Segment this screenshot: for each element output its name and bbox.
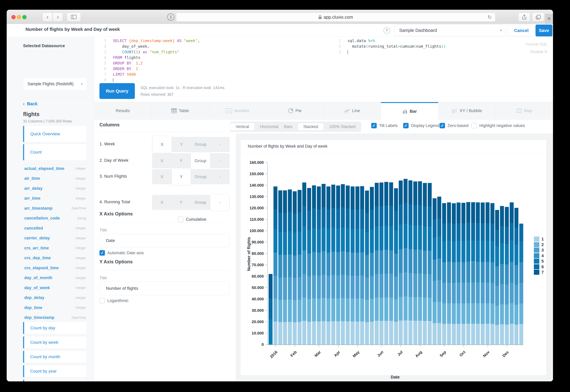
x-tick-label[interactable]: Mar <box>302 350 322 369</box>
bar-segment-day-4[interactable] <box>404 248 408 272</box>
x-tick-label[interactable]: Dec <box>490 350 510 369</box>
bar-segment-day-7[interactable] <box>500 206 504 226</box>
bar-segment-day-4[interactable] <box>355 252 359 276</box>
bar-segment-day-6[interactable] <box>423 207 427 227</box>
bar-segment-day-6[interactable] <box>317 209 321 229</box>
bar-segment-day-4[interactable] <box>312 252 316 275</box>
logarithmic-row[interactable]: Logarithmic <box>100 298 129 303</box>
bar-segment-day-3[interactable] <box>413 274 417 297</box>
bar-segment-day-6[interactable] <box>461 224 465 241</box>
bar-segment-day-7[interactable] <box>495 210 499 229</box>
share-button[interactable] <box>518 13 530 22</box>
bar-segment-day-7[interactable] <box>452 203 456 224</box>
bar-segment-day-4[interactable] <box>409 249 412 273</box>
bar-segment-day-6[interactable] <box>283 213 287 232</box>
bar-segment-day-7[interactable] <box>336 185 340 209</box>
legend-swatch[interactable] <box>534 253 539 258</box>
bar-segment-day-3[interactable] <box>428 274 432 298</box>
bar-segment-day-7[interactable] <box>466 202 470 223</box>
bar-segment-day-5[interactable] <box>404 224 408 248</box>
back-link[interactable]: ‹ Back <box>23 101 38 106</box>
bar-segment-day-3[interactable] <box>495 286 499 306</box>
reload-icon[interactable]: ↻ <box>488 14 492 20</box>
bar-segment-day-5[interactable] <box>413 225 417 250</box>
bar-segment-day-7[interactable] <box>437 196 441 218</box>
xyg-option-x[interactable]: X <box>152 154 172 168</box>
bar-segment-day-6[interactable] <box>278 213 282 232</box>
bar-segment-day-2[interactable] <box>293 300 297 322</box>
sql-editor[interactable]: SELECT {dep_timestamp:week} AS "week", d… <box>113 38 200 83</box>
run-query-button[interactable]: Run Query <box>100 83 135 99</box>
bar-segment-day-1[interactable] <box>360 322 364 345</box>
bar-segment-day-6[interactable] <box>331 208 335 228</box>
forward-browser-button[interactable]: › <box>53 13 63 22</box>
bar-segment-day-7[interactable] <box>274 186 278 209</box>
bar-segment-day-4[interactable] <box>413 250 417 274</box>
bar-segment-day-1[interactable] <box>370 322 374 345</box>
bar-segment-day-1[interactable] <box>461 324 465 345</box>
bar-segment-day-6[interactable] <box>312 209 316 228</box>
bar-segment-day-7[interactable] <box>278 190 282 213</box>
bar-segment-day-4[interactable] <box>486 262 490 283</box>
bar-segment-day-5[interactable] <box>466 240 470 262</box>
zero-based-checkbox[interactable]: ✓ <box>439 123 445 128</box>
bar-segment-day-1[interactable] <box>394 322 398 345</box>
bar-segment-day-3[interactable] <box>437 280 441 302</box>
bar-segment-day-6[interactable] <box>510 223 514 241</box>
bar-segment-day-3[interactable] <box>505 285 509 305</box>
bar-segment-day-1[interactable] <box>307 322 311 345</box>
bar-segment-day-3[interactable] <box>500 284 504 304</box>
bar-segment-day-1[interactable] <box>302 321 306 345</box>
bar-segment-day-7[interactable] <box>351 186 354 209</box>
bar-segment-day-7[interactable] <box>481 203 485 223</box>
bar-segment-day-4[interactable] <box>317 252 321 276</box>
bar-segment-day-3[interactable] <box>365 278 369 300</box>
column-item[interactable]: cancelledInteger <box>24 224 87 233</box>
bar-segment-day-7[interactable] <box>326 186 330 209</box>
xyg-option-y[interactable]: Y <box>172 168 191 185</box>
x-tick-label[interactable]: Feb <box>278 350 298 369</box>
bar-segment-day-5[interactable] <box>495 246 499 266</box>
bar-segment-day-3[interactable] <box>346 275 350 298</box>
bar-segment-day-4[interactable] <box>336 252 340 275</box>
bar-segment-day-3[interactable] <box>519 283 523 303</box>
bar-segment-day-2[interactable] <box>452 303 456 324</box>
bar-segment-day-4[interactable] <box>365 255 369 278</box>
bar-segment-day-6[interactable] <box>370 210 374 229</box>
bar-segment-day-2[interactable] <box>447 303 451 324</box>
bar-segment-day-3[interactable] <box>283 277 287 300</box>
bar-segment-day-2[interactable] <box>389 297 393 321</box>
address-bar[interactable]: app.cluvio.com ↻ <box>176 13 495 22</box>
bar-segment-day-3[interactable] <box>461 283 465 303</box>
minimize-window-button[interactable] <box>17 15 21 19</box>
bar-segment-day-2[interactable] <box>278 300 282 322</box>
bar-segment-day-6[interactable] <box>341 207 345 227</box>
bar-segment-day-5[interactable] <box>336 228 340 252</box>
bar-segment-day-3[interactable] <box>442 283 446 303</box>
bar-segment-day-3[interactable] <box>278 277 282 300</box>
xyg-option-y[interactable]: Y <box>172 137 191 152</box>
bar-segment-day-1[interactable] <box>510 324 514 345</box>
bar-segment-day-5[interactable] <box>384 226 388 250</box>
bar-segment-day-2[interactable] <box>481 303 485 324</box>
bar-segment-day-3[interactable] <box>298 277 302 300</box>
bar-segment-day-5[interactable] <box>514 245 518 265</box>
bar-segment-day-5[interactable] <box>355 229 359 252</box>
bar-segment-day-2[interactable] <box>317 299 321 322</box>
highlight-negative-values-checkbox[interactable] <box>471 123 477 128</box>
bar-segment-day-2[interactable] <box>399 297 403 321</box>
bar-segment-day-3[interactable] <box>433 281 437 302</box>
cumulative-checkbox[interactable] <box>178 217 183 222</box>
bar-segment-day-7[interactable] <box>486 202 490 223</box>
xyg-option-none[interactable]: - <box>210 154 230 168</box>
bar-segment-day-1[interactable] <box>481 324 485 345</box>
bar-segment-day-3[interactable] <box>418 273 422 297</box>
bar-segment-day-7[interactable] <box>476 202 480 223</box>
bar-segment-day-3[interactable] <box>317 276 321 299</box>
bar-segment-day-7[interactable] <box>505 207 509 227</box>
bar-segment-day-5[interactable] <box>331 228 335 252</box>
bar-segment-day-2[interactable] <box>307 299 311 322</box>
bar-segment-day-4[interactable] <box>375 251 379 274</box>
column-item[interactable]: air_timeInteger <box>24 174 87 183</box>
xyg-option-x[interactable]: X <box>152 195 172 210</box>
